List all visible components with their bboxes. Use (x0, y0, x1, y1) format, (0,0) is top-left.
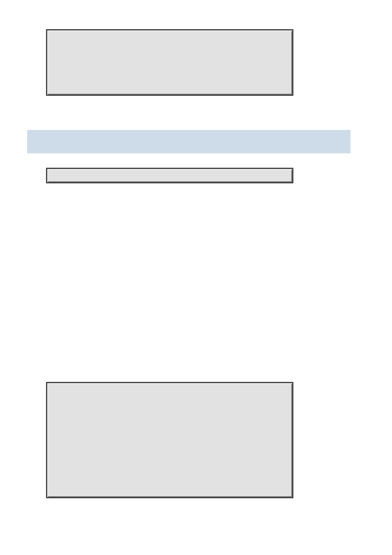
document-page (0, 0, 392, 555)
section-highlight-bar (27, 130, 350, 153)
text-box-large (46, 382, 293, 498)
text-box-top (46, 29, 293, 96)
text-box-small (46, 168, 293, 183)
